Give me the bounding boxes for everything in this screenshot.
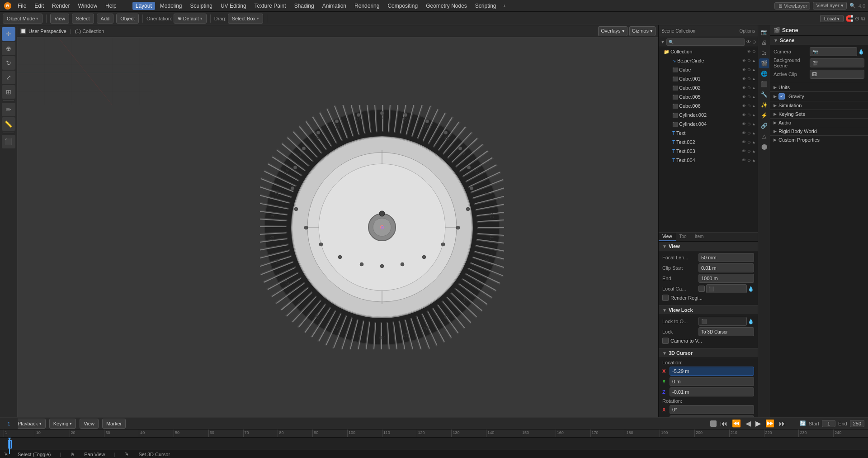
props-tab-scene[interactable]: 🎬 (759, 58, 769, 68)
n-tab-view[interactable]: View (659, 233, 676, 241)
cursor-rx-value[interactable]: 0° (670, 405, 754, 414)
snap-grid[interactable]: ⧉ (861, 15, 865, 22)
clip-end-value[interactable]: 1000 m (698, 274, 754, 283)
play-btn[interactable]: ▶ (755, 418, 762, 429)
object-menu[interactable]: Object (116, 14, 139, 24)
local-cam-eyedrop[interactable]: 💧 (748, 286, 754, 292)
playback-menu[interactable]: Playback ▾ (14, 419, 46, 429)
lock-eyedrop[interactable]: 💧 (748, 319, 754, 324)
workspace-compositing[interactable]: Compositing (384, 2, 421, 10)
workspace-geometry-nodes[interactable]: Geometry Nodes (423, 2, 470, 10)
view-menu[interactable]: View (50, 14, 69, 24)
camera-picker[interactable]: 📷 (810, 47, 857, 56)
menu-window[interactable]: Window (75, 2, 100, 10)
props-tab-particles[interactable]: ✨ (759, 100, 769, 110)
view-lock-header[interactable]: ▼ View Lock (659, 305, 758, 315)
gravity-section[interactable]: ▶ Gravity (770, 91, 868, 101)
local-cam-picker[interactable]: ⬛ (706, 284, 747, 293)
add-menu[interactable]: Add (97, 14, 114, 24)
keying-sets-section[interactable]: ▶ Keying Sets (770, 110, 868, 118)
n-tab-tool[interactable]: Tool (676, 233, 691, 241)
rigid-body-world-section[interactable]: ▶ Rigid Body World (770, 127, 868, 135)
play-reverse-btn[interactable]: ◀ (745, 418, 752, 429)
timeline-ruler[interactable]: 1102030405060708090100110120130140150160… (0, 429, 868, 438)
workspace-uv[interactable]: UV Editing (217, 2, 250, 10)
cursor-section-header[interactable]: ▼ 3D Cursor (659, 348, 758, 358)
render-region-checkbox[interactable] (662, 295, 669, 301)
gravity-checkbox[interactable] (778, 93, 785, 100)
start-frame[interactable]: 1 (822, 420, 835, 427)
tool-add-cube[interactable]: ⬛ (2, 135, 15, 148)
workspace-layout[interactable]: Layout (132, 2, 155, 10)
cam-to-view-checkbox[interactable] (662, 338, 669, 344)
cursor-z-value[interactable]: -0.01 m (670, 387, 754, 396)
menu-edit[interactable]: Edit (31, 2, 47, 10)
active-clip-picker[interactable]: 🎞 (810, 70, 864, 79)
menu-file[interactable]: File (14, 2, 29, 10)
outliner-cube001[interactable]: ⬛ Cube.001 👁 ⊙ ▲ (659, 74, 758, 83)
outliner-text002[interactable]: T Text.002 👁 ⊙ ▲ (659, 138, 758, 147)
overlay-btn[interactable]: Overlays ▾ (598, 26, 627, 36)
local-cam-checkbox[interactable] (698, 286, 705, 292)
n-tab-item[interactable]: Item (691, 233, 707, 241)
units-section[interactable]: ▶ Units (770, 83, 868, 91)
props-tab-output[interactable]: 🖨 (759, 38, 769, 48)
outliner-cube005[interactable]: ⬛ Cube.005 👁 ⊙ ▲ (659, 92, 758, 101)
menu-help[interactable]: Help (102, 2, 120, 10)
focal-length-value[interactable]: 50 mm (698, 253, 754, 262)
outliner-cyl002[interactable]: ⬛ Cylinder.002 👁 ⊙ ▲ (659, 110, 758, 119)
engine-selector[interactable]: 🖥 ViewLayer (774, 2, 810, 10)
lock-to-value[interactable]: ⬛ (698, 317, 747, 326)
simulation-section[interactable]: ▶ Simulation (770, 101, 868, 110)
view-section-header[interactable]: ▼ View (659, 242, 758, 251)
custom-properties-section[interactable]: ▶ Custom Properties (770, 135, 868, 144)
select-menu[interactable]: Select (72, 14, 94, 24)
outliner-cube002[interactable]: ⬛ Cube.002 👁 ⊙ ▲ (659, 83, 758, 92)
viewport-3d[interactable]: 0 32 15 19 4 21 2 25 17 34 6 27 13 36 11… (17, 37, 747, 417)
props-tab-material[interactable]: ⬤ (759, 142, 769, 152)
drag-selector[interactable]: Select Box ▾ (228, 14, 264, 24)
workspace-sculpting[interactable]: Sculpting (187, 2, 216, 10)
keying-menu[interactable]: Keying ▾ (49, 419, 76, 429)
workspace-animation[interactable]: Animation (319, 2, 349, 10)
outliner-text004[interactable]: T Text.004 👁 ⊙ ▲ (659, 156, 758, 165)
props-tab-physics[interactable]: ⚡ (759, 110, 769, 120)
outliner-cube[interactable]: ⬛ Cube 👁 ⊙ ▲ (659, 65, 758, 74)
props-tab-viewlayer[interactable]: 🗂 (759, 48, 769, 58)
workspace-shading[interactable]: Shading (291, 2, 317, 10)
tool-move[interactable]: ⊕ (2, 42, 15, 55)
tool-rotate[interactable]: ↻ (2, 56, 15, 70)
scene-props-header[interactable]: ▼ Scene (770, 36, 868, 45)
outliner-cube006[interactable]: ⬛ Cube.006 👁 ⊙ ▲ (659, 101, 758, 110)
orientation-selector[interactable]: ⊕ Default ▾ (174, 14, 207, 24)
tool-cursor[interactable]: ✛ (2, 27, 15, 41)
local-selector[interactable]: Local ▾ (820, 15, 844, 22)
outliner-search[interactable]: 🔍 (666, 38, 745, 46)
search-btn[interactable]: 🔍 (849, 3, 856, 9)
view-menu-timeline[interactable]: View (80, 419, 99, 429)
gizmos-btn[interactable]: Gizmos ▾ (629, 26, 656, 36)
props-tab-render[interactable]: 📷 (759, 27, 769, 37)
audio-section[interactable]: ▶ Audio (770, 118, 868, 127)
menu-render[interactable]: Render (49, 2, 73, 10)
bg-scene-picker[interactable]: 🎬 (810, 58, 864, 67)
camera-eyedrop[interactable]: 💧 (858, 49, 864, 55)
stop-btn[interactable] (710, 420, 717, 427)
view-layer-selector[interactable]: ViewLayer ▾ (813, 2, 846, 10)
props-tab-world[interactable]: 🌐 (759, 69, 769, 79)
step-back-btn[interactable]: ⏪ (731, 418, 742, 429)
cursor-x-value[interactable]: -5.29 m (670, 367, 754, 376)
mode-selector[interactable]: Object Mode ▾ (3, 14, 42, 24)
cursor-y-value[interactable]: 0 m (670, 377, 754, 386)
snap-magnet[interactable]: 🧲 (845, 15, 853, 22)
jump-start-btn[interactable]: ⏮ (719, 419, 728, 429)
jump-end-btn[interactable]: ⏭ (778, 419, 787, 429)
workspace-texture-paint[interactable]: Texture Paint (251, 2, 289, 10)
outliner-text003[interactable]: T Text.003 👁 ⊙ ▲ (659, 147, 758, 156)
current-frame-display[interactable]: 1 (0, 418, 18, 429)
outliner-text[interactable]: T Text 👁 ⊙ ▲ (659, 129, 758, 138)
workspace-scripting[interactable]: Scripting (472, 2, 500, 10)
props-tab-data[interactable]: △ (759, 131, 769, 141)
workspace-rendering[interactable]: Rendering (351, 2, 382, 10)
props-tab-constraints[interactable]: 🔗 (759, 121, 769, 131)
